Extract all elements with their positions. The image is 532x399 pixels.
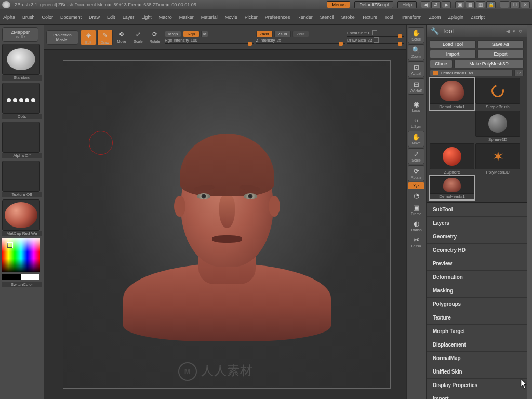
rotate-button[interactable]: ⟳Rotate bbox=[408, 165, 424, 181]
section-texture[interactable]: Texture bbox=[427, 311, 527, 324]
section-import[interactable]: Import bbox=[427, 392, 527, 399]
move-mode-button[interactable]: ✥Move bbox=[114, 30, 129, 45]
scale-mode-button[interactable]: ⤢Scale bbox=[130, 30, 146, 45]
persp-button[interactable]: ◔ bbox=[408, 190, 424, 201]
menu-document[interactable]: Document bbox=[60, 15, 82, 20]
current-tool-chip[interactable]: DemoHead#1. 49 bbox=[430, 70, 513, 76]
z-intensity-slider[interactable] bbox=[256, 43, 345, 44]
menu-movie[interactable]: Movie bbox=[225, 15, 237, 20]
actual-button[interactable]: ⊡Actual bbox=[408, 61, 424, 77]
draw-size-slider[interactable] bbox=[347, 43, 404, 44]
aahalf-button[interactable]: ⊟AAHalf bbox=[408, 78, 424, 95]
zcut-button[interactable]: Zcut bbox=[292, 31, 309, 37]
arrow-left-icon[interactable]: ◀ bbox=[421, 1, 430, 8]
canvas[interactable]: M 人人素材 bbox=[44, 50, 406, 399]
layout-1-icon[interactable]: ▣ bbox=[455, 1, 464, 8]
tool-item-polymesh3d[interactable]: ✶ PolyMesh3D bbox=[475, 143, 520, 175]
save-as-button[interactable]: Save As bbox=[477, 40, 524, 48]
section-unified-skin[interactable]: Unified Skin bbox=[427, 365, 527, 378]
arrow-right-icon[interactable]: ▶ bbox=[442, 1, 451, 8]
menu-picker[interactable]: Picker bbox=[245, 15, 258, 20]
scrollbar[interactable] bbox=[527, 25, 532, 399]
section-layers[interactable]: Layers bbox=[427, 216, 527, 230]
layout-3-icon[interactable]: ▥ bbox=[476, 1, 485, 8]
menu-light[interactable]: Light bbox=[141, 15, 152, 20]
load-tool-button[interactable]: Load Tool bbox=[430, 40, 476, 48]
menu-alpha[interactable]: Alpha bbox=[3, 15, 15, 20]
panel-left-icon[interactable]: ◀ bbox=[506, 29, 510, 34]
rgb-button[interactable]: Rgb bbox=[183, 31, 200, 37]
menu-layer[interactable]: Layer bbox=[123, 15, 135, 20]
menu-material[interactable]: Material bbox=[201, 15, 218, 20]
minimize-icon[interactable]: – bbox=[500, 1, 509, 8]
make-polymesh-button[interactable]: Make PolyMesh3D bbox=[454, 60, 524, 68]
default-zscript-button[interactable]: DefaultZScript bbox=[354, 1, 393, 8]
switch-color-button[interactable]: SwitchColor bbox=[2, 282, 42, 287]
lasso-button[interactable]: ✂Lasso bbox=[408, 234, 424, 249]
section-geometry[interactable]: Geometry bbox=[427, 230, 527, 243]
transp-button[interactable]: ◐Transp bbox=[408, 218, 424, 233]
color-swatches[interactable] bbox=[2, 274, 42, 280]
menu-zoom[interactable]: Zoom bbox=[429, 15, 441, 20]
menu-stroke[interactable]: Stroke bbox=[341, 15, 355, 20]
section-subtool[interactable]: SubTool bbox=[427, 203, 527, 216]
help-button[interactable]: Help bbox=[397, 1, 417, 8]
menu-render[interactable]: Render bbox=[297, 15, 313, 20]
section-normalmap[interactable]: NormalMap bbox=[427, 351, 527, 365]
panel-right-icon[interactable]: ↻ bbox=[518, 29, 523, 34]
menu-edit[interactable]: Edit bbox=[107, 15, 115, 20]
texture-thumbnail[interactable] bbox=[2, 161, 40, 192]
tool-item-sphere3d[interactable]: Sphere3D bbox=[475, 111, 520, 142]
local-button[interactable]: ◉Local bbox=[408, 99, 424, 114]
menu-stencil[interactable]: Stencil bbox=[320, 15, 334, 20]
section-display-properties[interactable]: Display Properties bbox=[427, 378, 527, 392]
menu-brush[interactable]: Brush bbox=[22, 15, 35, 20]
r-button[interactable]: R bbox=[514, 70, 524, 76]
menu-preferences[interactable]: Preferences bbox=[265, 15, 290, 20]
menu-texture[interactable]: Texture bbox=[362, 15, 378, 20]
layout-2-icon[interactable]: ▦ bbox=[466, 1, 475, 8]
focal-chip-icon[interactable] bbox=[372, 30, 377, 35]
stroke-thumbnail[interactable] bbox=[2, 83, 40, 114]
lock-icon[interactable]: 🔒 bbox=[486, 1, 496, 8]
tool-item-simplebrush[interactable]: SimpleBrush bbox=[475, 78, 520, 110]
tool-item-demohead[interactable]: DemoHead#1 bbox=[430, 78, 474, 110]
tool-item-demohead-2[interactable]: DemoHead#1 bbox=[430, 176, 474, 200]
scale-button[interactable]: ⤢Scale bbox=[408, 148, 424, 164]
draw-size-chip-icon[interactable] bbox=[374, 37, 379, 43]
menu-tool[interactable]: Tool bbox=[384, 15, 393, 20]
maximize-icon[interactable]: ☐ bbox=[510, 1, 520, 8]
menu-marker[interactable]: Marker bbox=[179, 15, 194, 20]
close-icon[interactable]: ✕ bbox=[521, 1, 530, 8]
menu-draw[interactable]: Draw bbox=[89, 15, 100, 20]
alpha-thumbnail[interactable] bbox=[2, 122, 40, 153]
menu-zscript[interactable]: Zscript bbox=[471, 15, 485, 20]
frame-button[interactable]: ▣Frame bbox=[408, 202, 424, 217]
section-displacement[interactable]: Displacement bbox=[427, 338, 527, 351]
scroll-button[interactable]: ✋Scroll bbox=[408, 27, 424, 43]
rgb-intensity-slider[interactable] bbox=[165, 43, 254, 44]
brush-thumbnail[interactable] bbox=[2, 44, 40, 75]
rotate-mode-button[interactable]: ⟳Rotate bbox=[147, 30, 163, 45]
xyz-button[interactable]: Xyz bbox=[408, 182, 424, 189]
panel-collapse-icon[interactable]: ▾ bbox=[513, 29, 515, 34]
export-button[interactable]: Export bbox=[477, 50, 524, 58]
tool-panel-header[interactable]: 🔧 Tool ◀ ▾ ↻ bbox=[427, 25, 527, 37]
section-geometry-hd[interactable]: Geometry HD bbox=[427, 243, 527, 257]
zoom-button[interactable]: 🔍Zoom bbox=[408, 44, 424, 60]
projection-master-button[interactable]: ProjectionMaster bbox=[46, 30, 78, 45]
section-polygroups[interactable]: Polygroups bbox=[427, 297, 527, 311]
section-masking[interactable]: Masking bbox=[427, 284, 527, 297]
menus-button[interactable]: Menus bbox=[327, 1, 350, 8]
zsub-button[interactable]: Zsub bbox=[274, 31, 291, 37]
lsym-button[interactable]: ↔L.Sym bbox=[408, 115, 424, 130]
section-morph-target[interactable]: Morph Target bbox=[427, 324, 527, 338]
material-thumbnail[interactable] bbox=[2, 200, 40, 231]
m-button[interactable]: M bbox=[201, 31, 208, 37]
focal-shift-slider[interactable] bbox=[347, 36, 404, 37]
mrgb-button[interactable]: Mrgb bbox=[165, 31, 181, 37]
color-picker[interactable] bbox=[2, 238, 40, 272]
menu-macro[interactable]: Macro bbox=[159, 15, 172, 20]
arrow-up-down-icon[interactable]: ⇵ bbox=[431, 1, 441, 8]
zadd-button[interactable]: Zadd bbox=[256, 31, 273, 37]
